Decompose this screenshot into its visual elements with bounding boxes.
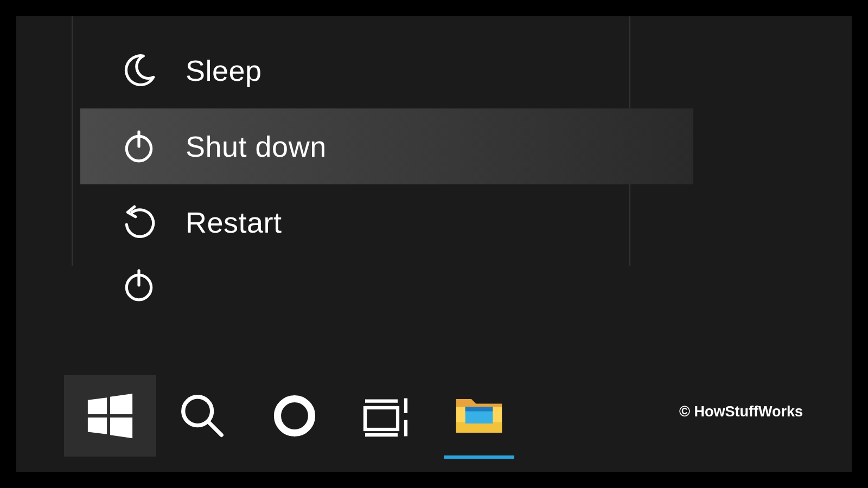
- search-icon: [177, 390, 228, 441]
- cortana-button[interactable]: [248, 375, 341, 457]
- power-menu-item-restart[interactable]: Restart: [80, 184, 693, 260]
- svg-marker-5: [110, 394, 132, 414]
- power-icon: [119, 127, 158, 166]
- moon-icon: [119, 51, 158, 90]
- power-menu-item-label: Sleep: [186, 54, 262, 87]
- svg-point-10: [278, 399, 312, 433]
- desktop-area: Sleep Shut down Restart: [16, 16, 852, 472]
- restart-icon: [119, 203, 158, 242]
- search-button[interactable]: [156, 375, 248, 457]
- power-icon: [121, 267, 157, 303]
- panel-edge-left: [72, 16, 73, 266]
- power-menu-item-sleep[interactable]: Sleep: [80, 33, 693, 108]
- start-button[interactable]: [64, 375, 156, 457]
- svg-marker-6: [88, 418, 107, 434]
- svg-rect-19: [465, 407, 493, 411]
- file-explorer-icon: [455, 395, 503, 436]
- taskbar: [64, 375, 525, 457]
- svg-marker-4: [88, 397, 107, 414]
- windows-logo-icon: [85, 390, 136, 441]
- svg-rect-12: [365, 408, 398, 429]
- power-menu: Sleep Shut down Restart: [80, 33, 693, 260]
- attribution-text: © HowStuffWorks: [679, 403, 803, 420]
- svg-rect-17: [456, 422, 502, 433]
- running-indicator: [444, 455, 514, 459]
- file-explorer-button[interactable]: [433, 375, 525, 457]
- task-view-button[interactable]: [341, 375, 433, 457]
- power-menu-item-shutdown[interactable]: Shut down: [80, 108, 693, 184]
- power-menu-item-label: Shut down: [186, 130, 327, 163]
- svg-marker-7: [110, 418, 132, 438]
- power-menu-item-label: Restart: [186, 206, 282, 239]
- svg-line-9: [209, 422, 222, 435]
- start-power-button[interactable]: [119, 266, 158, 305]
- task-view-icon: [360, 393, 414, 439]
- cortana-icon: [272, 393, 317, 439]
